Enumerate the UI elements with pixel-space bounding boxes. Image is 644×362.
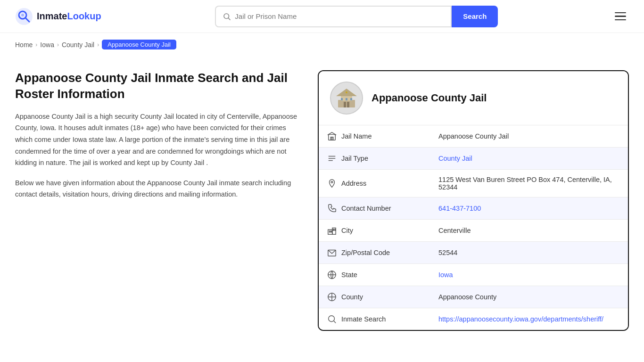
- facility-building-icon: [334, 86, 359, 110]
- row-value-cell: Appanoose County: [430, 286, 628, 308]
- chevron-icon-1: ›: [35, 41, 37, 48]
- svg-point-31: [329, 316, 335, 322]
- county-icon: [327, 292, 337, 302]
- row-label-cell: Zip/Postal Code: [319, 242, 430, 264]
- chevron-icon-2: ›: [57, 41, 59, 48]
- row-value-cell[interactable]: https://appanoosecounty.iowa.gov/departm…: [430, 308, 628, 330]
- svg-rect-13: [350, 98, 352, 100]
- row-value-cell[interactable]: Iowa: [430, 264, 628, 286]
- svg-point-3: [21, 14, 24, 16]
- row-label-cell: County: [319, 286, 430, 308]
- globe-icon: [327, 270, 337, 280]
- row-label: State: [341, 271, 357, 279]
- header: InmateLookup Search: [0, 0, 644, 33]
- search-icon: [327, 314, 337, 324]
- row-label-cell: City: [319, 220, 430, 242]
- row-value-cell: Centerville: [430, 220, 628, 242]
- svg-rect-12: [346, 98, 347, 100]
- search-icon: [223, 12, 231, 21]
- row-label: Jail Name: [341, 132, 372, 140]
- row-label-cell: Inmate Search: [319, 308, 430, 330]
- hamburger-line-1: [615, 12, 626, 14]
- list-icon: [327, 154, 337, 163]
- svg-rect-6: [338, 100, 355, 107]
- breadcrumb-home[interactable]: Home: [15, 41, 33, 49]
- hamburger-line-2: [615, 16, 626, 17]
- row-label: Zip/Postal Code: [341, 249, 390, 256]
- page-description-2: Below we have given information about th…: [15, 177, 299, 200]
- phone-icon: [327, 204, 337, 213]
- page-title: Appanoose County Jail Inmate Search and …: [15, 70, 299, 102]
- svg-rect-25: [331, 231, 332, 232]
- row-value-cell[interactable]: 641-437-7100: [430, 197, 628, 220]
- svg-rect-11: [341, 98, 343, 100]
- menu-button[interactable]: [612, 9, 629, 24]
- hamburger-line-3: [615, 19, 626, 21]
- svg-rect-24: [330, 231, 330, 232]
- city-icon: [327, 226, 337, 235]
- table-row: Jail NameAppanoose County Jail: [319, 125, 628, 148]
- row-label: Contact Number: [341, 205, 391, 212]
- svg-rect-9: [344, 102, 346, 107]
- search-input-wrap: [215, 6, 452, 27]
- svg-point-21: [331, 181, 333, 183]
- breadcrumb: Home › Iowa › County Jail › Appanoose Co…: [0, 33, 644, 56]
- row-label-cell: Jail Type: [319, 148, 430, 170]
- row-label: Jail Type: [341, 155, 368, 162]
- page-description-1: Appanoose County Jail is a high security…: [15, 111, 299, 169]
- row-label-cell: Jail Name: [319, 125, 430, 148]
- main-content: Appanoose County Jail Inmate Search and …: [0, 56, 644, 350]
- svg-point-4: [224, 14, 229, 19]
- row-value-link[interactable]: 641-437-7100: [438, 205, 481, 212]
- table-row: Inmate Searchhttps://appanoosecounty.iow…: [319, 308, 628, 330]
- row-value-cell: 52544: [430, 242, 628, 264]
- svg-rect-26: [333, 229, 334, 230]
- left-column: Appanoose County Jail Inmate Search and …: [15, 70, 299, 209]
- table-row: CityCenterville: [319, 220, 628, 242]
- row-value-cell[interactable]: County Jail: [430, 148, 628, 170]
- svg-line-32: [334, 321, 336, 323]
- row-value-cell: 1125 West Van Buren Street PO Box 474, C…: [430, 170, 628, 197]
- row-value-link[interactable]: Iowa: [438, 271, 453, 279]
- svg-rect-17: [332, 137, 333, 140]
- pin-icon: [327, 179, 337, 188]
- card-header: Appanoose County Jail: [319, 71, 628, 125]
- row-value-cell: Appanoose County Jail: [430, 125, 628, 148]
- row-label: Address: [341, 180, 366, 187]
- logo-icon: [15, 8, 33, 25]
- row-label-cell: Contact Number: [319, 197, 430, 220]
- table-row: Jail TypeCounty Jail: [319, 148, 628, 170]
- table-row: Address1125 West Van Buren Street PO Box…: [319, 170, 628, 197]
- table-row: StateIowa: [319, 264, 628, 286]
- card-title: Appanoose County Jail: [372, 92, 487, 104]
- info-table: Jail NameAppanoose County JailJail TypeC…: [319, 125, 628, 330]
- table-row: Contact Number641-437-7100: [319, 197, 628, 220]
- breadcrumb-iowa[interactable]: Iowa: [40, 41, 54, 49]
- table-row: CountyAppanoose County: [319, 286, 628, 308]
- row-label: Inmate Search: [341, 315, 386, 323]
- row-value-link[interactable]: https://appanoosecounty.iowa.gov/departm…: [438, 315, 603, 323]
- logo[interactable]: InmateLookup: [15, 8, 101, 25]
- breadcrumb-county-jail[interactable]: County Jail: [62, 41, 94, 49]
- logo-text: InmateLookup: [37, 11, 101, 22]
- row-value-link[interactable]: County Jail: [438, 155, 472, 162]
- facility-avatar: [330, 82, 363, 115]
- svg-point-0: [16, 8, 33, 25]
- table-row: Zip/Postal Code52544: [319, 242, 628, 264]
- svg-rect-10: [347, 102, 349, 107]
- row-label-cell: Address: [319, 170, 430, 197]
- building-icon: [327, 132, 337, 141]
- search-input[interactable]: [235, 12, 444, 20]
- svg-line-5: [229, 18, 231, 20]
- search-area: Search: [215, 6, 498, 27]
- breadcrumb-active: Appanoose County Jail: [102, 40, 176, 49]
- search-button[interactable]: Search: [452, 6, 498, 27]
- svg-rect-27: [335, 229, 336, 230]
- svg-point-14: [346, 91, 347, 93]
- facility-card: Appanoose County Jail Jail NameAppanoose…: [318, 70, 629, 331]
- chevron-icon-3: ›: [97, 41, 99, 48]
- mail-icon: [327, 248, 337, 257]
- row-label: County: [341, 293, 363, 301]
- row-label-cell: State: [319, 264, 430, 286]
- row-label: City: [341, 227, 353, 234]
